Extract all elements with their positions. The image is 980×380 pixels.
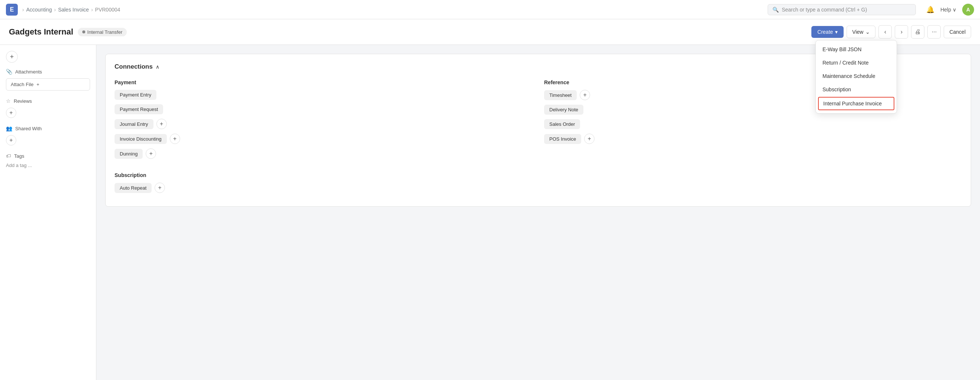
sales-order-row: Sales Order xyxy=(544,119,962,129)
attachments-label: Attachments xyxy=(15,69,42,75)
search-icon: 🔍 xyxy=(772,7,779,13)
shared-add-button[interactable]: + xyxy=(6,135,16,145)
dropdown-item-maintenance[interactable]: Maintenance Schedule xyxy=(816,69,897,83)
tag-delivery-note[interactable]: Delivery Note xyxy=(544,105,584,115)
tags-label: Tags xyxy=(14,153,24,159)
create-button[interactable]: Create ▾ xyxy=(811,26,843,38)
reviews-add-button[interactable]: + xyxy=(6,108,16,118)
create-label: Create xyxy=(817,29,833,35)
tag-pos-invoice[interactable]: POS Invoice xyxy=(544,134,581,144)
payment-request-row: Payment Request xyxy=(115,104,532,114)
add-tag-label[interactable]: Add a tag ... xyxy=(6,163,90,168)
sidebar-shared-section: 👥 Shared With + xyxy=(6,125,90,145)
payment-entry-row: Payment Entry xyxy=(115,90,532,100)
help-chevron-icon: ∨ xyxy=(953,7,956,13)
next-button[interactable]: › xyxy=(895,25,908,38)
tag-invoice-discounting[interactable]: Invoice Discounting xyxy=(115,134,167,144)
paperclip-icon: 📎 xyxy=(6,69,12,75)
more-options-button[interactable]: ··· xyxy=(928,25,941,38)
payment-column: Payment Payment Entry Payment Request Jo… xyxy=(115,80,532,163)
breadcrumb-sep-0: › xyxy=(22,7,24,13)
header-actions: Create ▾ E-Way Bill JSON Return / Credit… xyxy=(811,25,971,38)
tag-icon: 🏷 xyxy=(6,153,11,159)
sidebar-shared-title: 👥 Shared With xyxy=(6,125,90,131)
attach-file-label: Attach File xyxy=(11,81,33,87)
status-label: Internal Transfer xyxy=(88,29,123,35)
tag-timesheet[interactable]: Timesheet xyxy=(544,90,577,100)
subscription-section-label: Subscription xyxy=(115,172,962,178)
tag-auto-repeat[interactable]: Auto Repeat xyxy=(115,183,151,193)
dropdown-item-eway[interactable]: E-Way Bill JSON xyxy=(816,43,897,56)
tag-payment-entry[interactable]: Payment Entry xyxy=(115,90,156,100)
auto-repeat-row: Auto Repeat + xyxy=(115,183,962,193)
search-placeholder: Search or type a command (Ctrl + G) xyxy=(782,7,867,13)
sidebar-reviews-title: ☆ Reviews xyxy=(6,98,90,104)
sidebar-add-button[interactable]: + xyxy=(6,51,18,63)
sidebar-attachments-section: 📎 Attachments Attach File + xyxy=(6,69,90,91)
avatar[interactable]: A xyxy=(962,4,974,16)
attach-file-button[interactable]: Attach File + xyxy=(6,78,90,91)
tag-sales-order[interactable]: Sales Order xyxy=(544,119,580,129)
topnav-right: 🔔 Help ∨ A xyxy=(926,4,974,16)
page-header: Gadgets Internal Internal Transfer Creat… xyxy=(0,19,980,45)
invoice-discounting-add-button[interactable]: + xyxy=(170,134,180,144)
shared-with-label: Shared With xyxy=(15,126,42,131)
help-button[interactable]: Help ∨ xyxy=(940,7,956,13)
view-label: View xyxy=(852,29,863,35)
view-button[interactable]: View ⌄ xyxy=(846,26,875,38)
breadcrumb: › Accounting › Sales Invoice › PVR00004 xyxy=(22,7,120,13)
create-dropdown-menu: E-Way Bill JSON Return / Credit Note Mai… xyxy=(815,40,897,113)
payment-section-label: Payment xyxy=(115,80,532,85)
tag-payment-request[interactable]: Payment Request xyxy=(115,104,163,114)
pos-invoice-add-button[interactable]: + xyxy=(584,134,595,144)
notifications-bell-icon[interactable]: 🔔 xyxy=(926,6,934,14)
app-logo[interactable]: E xyxy=(6,4,18,16)
auto-repeat-add-button[interactable]: + xyxy=(154,183,165,193)
timesheet-add-button[interactable]: + xyxy=(580,90,590,100)
page-title: Gadgets Internal xyxy=(9,27,73,37)
reference-column: Reference Timesheet + Delivery Note Sale… xyxy=(544,80,962,163)
attach-plus-icon: + xyxy=(36,81,39,87)
dropdown-item-internal-purchase[interactable]: Internal Purchase Invoice xyxy=(818,97,894,110)
journal-entry-add-button[interactable]: + xyxy=(156,119,167,129)
sidebar-tags-section: 🏷 Tags Add a tag ... xyxy=(6,153,90,168)
dropdown-item-subscription[interactable]: Subscription xyxy=(816,83,897,96)
people-icon: 👥 xyxy=(6,125,12,131)
reviews-label: Reviews xyxy=(14,98,32,104)
breadcrumb-accounting[interactable]: Accounting xyxy=(26,7,52,13)
timesheet-row: Timesheet + xyxy=(544,90,962,100)
star-icon: ☆ xyxy=(6,98,11,104)
print-button[interactable]: 🖨 xyxy=(911,25,924,38)
delivery-note-row: Delivery Note xyxy=(544,105,962,115)
dunning-add-button[interactable]: + xyxy=(146,148,156,159)
breadcrumb-sales-invoice[interactable]: Sales Invoice xyxy=(58,7,89,13)
help-label: Help xyxy=(940,7,951,13)
view-chevron-icon: ⌄ xyxy=(865,29,870,35)
breadcrumb-sep-2: › xyxy=(91,7,93,13)
reference-section-label: Reference xyxy=(544,80,962,85)
dropdown-item-return[interactable]: Return / Credit Note xyxy=(816,56,897,69)
sidebar-tags-title: 🏷 Tags xyxy=(6,153,90,159)
search-bar[interactable]: 🔍 Search or type a command (Ctrl + G) xyxy=(768,4,916,15)
sidebar-attachments-title: 📎 Attachments xyxy=(6,69,90,75)
topnav: E › Accounting › Sales Invoice › PVR0000… xyxy=(0,0,980,19)
pos-invoice-row: POS Invoice + xyxy=(544,134,962,144)
prev-button[interactable]: ‹ xyxy=(878,25,892,38)
status-dot xyxy=(82,30,85,34)
connections-title: Connections xyxy=(115,63,153,70)
breadcrumb-current: PVR00004 xyxy=(95,7,121,13)
journal-entry-row: Journal Entry + xyxy=(115,119,532,129)
status-badge: Internal Transfer xyxy=(78,28,127,37)
cancel-button[interactable]: Cancel xyxy=(944,26,971,38)
subscription-section: Subscription Auto Repeat + xyxy=(115,172,962,193)
breadcrumb-sep-1: › xyxy=(54,7,56,13)
connections-collapse-icon[interactable]: ∧ xyxy=(156,64,159,70)
tag-journal-entry[interactable]: Journal Entry xyxy=(115,119,153,129)
invoice-discounting-row: Invoice Discounting + xyxy=(115,134,532,144)
tag-dunning[interactable]: Dunning xyxy=(115,149,143,159)
sidebar-reviews-section: ☆ Reviews + xyxy=(6,98,90,118)
create-chevron-icon: ▾ xyxy=(835,29,838,35)
dunning-row: Dunning + xyxy=(115,148,532,159)
sidebar: + 📎 Attachments Attach File + ☆ Reviews … xyxy=(0,45,96,380)
